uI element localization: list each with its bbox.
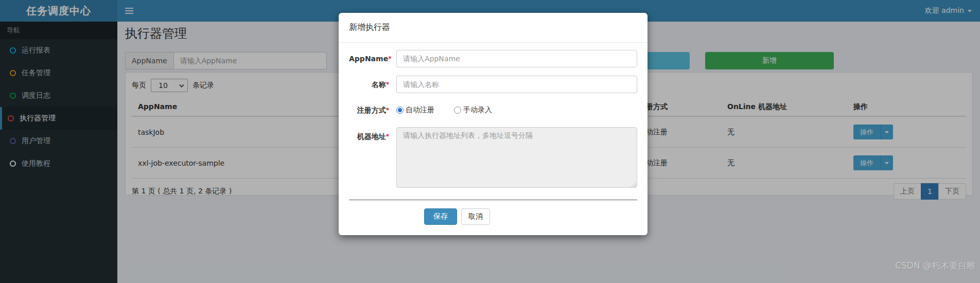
modal-actions: 保存 取消 bbox=[424, 208, 637, 225]
radio-label: 手动录入 bbox=[463, 105, 492, 115]
save-button[interactable]: 保存 bbox=[424, 208, 457, 225]
radio-label: 自动注册 bbox=[406, 105, 434, 115]
required-mark: * bbox=[386, 107, 389, 114]
form-row-appname: AppName* bbox=[349, 50, 637, 67]
modal-divider bbox=[349, 200, 637, 200]
modal-title: 新增执行器 bbox=[349, 22, 390, 32]
radio-unchecked-icon bbox=[454, 107, 461, 114]
registry-field-label: 注册方式* bbox=[349, 101, 396, 119]
appname-field-label: AppName* bbox=[349, 50, 396, 67]
appname-field[interactable] bbox=[396, 50, 637, 67]
required-mark: * bbox=[388, 55, 391, 62]
radio-checked-icon bbox=[396, 107, 404, 114]
form-row-machine: 机器地址* bbox=[349, 127, 637, 189]
cancel-button[interactable]: 取消 bbox=[461, 208, 490, 225]
form-row-registry: 注册方式* 自动注册 手动录入 bbox=[349, 101, 637, 119]
required-mark: * bbox=[386, 81, 389, 88]
modal-body: AppName* 名称* 注册方式* 自动注册 手动录入 bbox=[339, 43, 647, 235]
modal-header: 新增执行器 bbox=[339, 13, 647, 43]
name-field-label: 名称* bbox=[349, 76, 396, 93]
registry-option-manual[interactable]: 手动录入 bbox=[454, 105, 492, 115]
app-root: 任务调度中心 欢迎 admin 导航 运行报表任务管理调度日志执行器管理用户管理… bbox=[0, 0, 980, 283]
name-field[interactable] bbox=[396, 76, 637, 93]
machine-field-label: 机器地址* bbox=[349, 127, 396, 142]
form-row-name: 名称* bbox=[349, 76, 637, 93]
machine-address-field[interactable] bbox=[396, 127, 637, 188]
required-mark: * bbox=[386, 133, 389, 140]
add-executor-modal: 新增执行器 AppName* 名称* 注册方式* 自动注册 bbox=[339, 13, 647, 235]
registry-option-auto[interactable]: 自动注册 bbox=[396, 105, 434, 115]
